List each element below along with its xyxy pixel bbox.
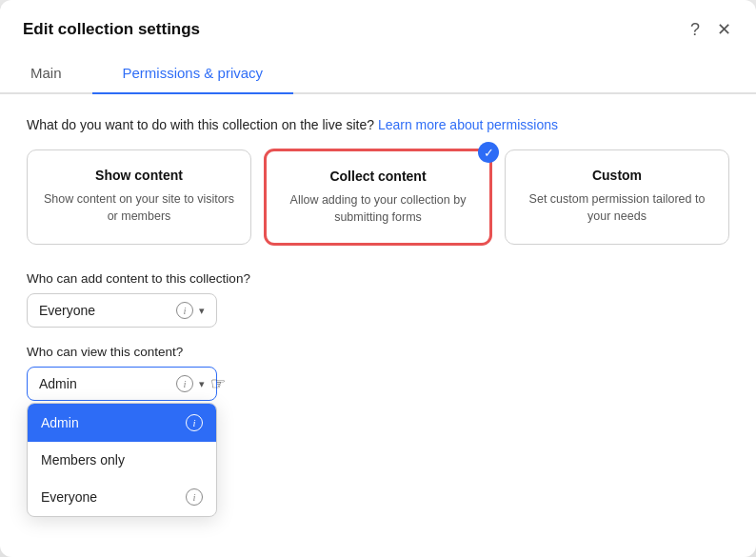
card-custom[interactable]: Custom Set custom permission tailored to…	[505, 149, 729, 245]
card-show-desc: Show content on your site to visitors or…	[43, 190, 235, 225]
add-content-chevron-icon: ▾	[199, 305, 205, 317]
dropdown-item-everyone-label: Everyone	[41, 489, 178, 505]
card-custom-title: Custom	[521, 168, 713, 183]
tabs-bar: Main Permissions & privacy	[0, 53, 756, 94]
header-icons: ? ✕	[688, 19, 733, 40]
add-content-value: Everyone	[39, 303, 170, 318]
card-custom-desc: Set custom permission tailored to your n…	[521, 190, 713, 225]
dropdown-item-everyone[interactable]: Everyone i	[28, 478, 216, 516]
add-content-dropdown[interactable]: Everyone i ▾	[27, 293, 217, 328]
question-text: What do you want to do with this collect…	[27, 117, 729, 132]
cursor-indicator: ☞	[210, 373, 226, 394]
dropdown-item-members-label: Members only	[41, 452, 203, 467]
card-collect[interactable]: ✓ Collect content Allow adding to your c…	[265, 149, 491, 245]
add-content-info-icon[interactable]: i	[176, 302, 193, 319]
view-content-info-icon[interactable]: i	[176, 375, 193, 392]
dropdown-item-admin-info-icon[interactable]: i	[186, 414, 203, 431]
view-content-chevron-icon: ▾	[199, 378, 205, 390]
help-button[interactable]: ?	[688, 19, 702, 40]
dropdown-item-admin[interactable]: Admin i	[28, 404, 216, 442]
dropdown-item-admin-label: Admin	[41, 415, 178, 430]
dialog-title: Edit collection settings	[23, 20, 200, 39]
close-button[interactable]: ✕	[715, 19, 733, 40]
checkmark-icon: ✓	[478, 142, 499, 163]
dropdown-item-members[interactable]: Members only	[28, 442, 216, 478]
learn-more-link[interactable]: Learn more about permissions	[378, 117, 558, 132]
tab-main[interactable]: Main	[0, 53, 92, 94]
card-collect-title: Collect content	[282, 169, 474, 184]
add-content-section: Who can add content to this collection? …	[27, 271, 729, 328]
dropdown-item-everyone-info-icon[interactable]: i	[186, 488, 203, 506]
card-collect-desc: Allow adding to your collection by submi…	[282, 191, 474, 226]
edit-collection-dialog: Edit collection settings ? ✕ Main Permis…	[0, 0, 756, 557]
dialog-body: What do you want to do with this collect…	[0, 94, 756, 445]
add-content-label: Who can add content to this collection?	[27, 271, 729, 286]
view-content-value: Admin	[39, 376, 170, 391]
dialog-header: Edit collection settings ? ✕	[0, 0, 756, 40]
view-content-dropdown[interactable]: Admin i ▾ ☞	[27, 367, 217, 401]
view-content-section: Who can view this content? Admin i ▾ ☞ A…	[27, 345, 729, 401]
cards-row: Show content Show content on your site t…	[27, 149, 729, 245]
card-show-title: Show content	[43, 168, 235, 183]
card-show[interactable]: Show content Show content on your site t…	[27, 149, 251, 245]
tab-permissions[interactable]: Permissions & privacy	[92, 53, 294, 94]
view-content-menu: Admin i Members only Everyone i	[27, 403, 217, 517]
view-content-label: Who can view this content?	[27, 345, 729, 359]
